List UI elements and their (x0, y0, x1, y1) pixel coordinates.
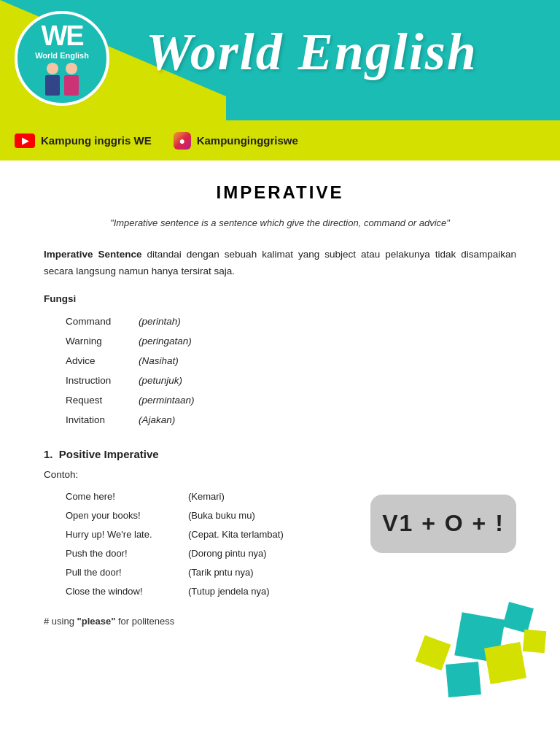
contoh-label: Contoh: (44, 469, 516, 480)
fungsi-trans-3: (petunjuk) (139, 371, 182, 390)
logo-characters (45, 63, 79, 96)
section-title: Positive Imperative (59, 448, 159, 460)
fungsi-trans-5: (Ajakan) (139, 410, 175, 430)
example-eng-0: Come here! (66, 487, 182, 506)
example-ind-5: (Tutup jendela nya) (188, 582, 270, 601)
list-item: Instruction (petunjuk) (66, 371, 516, 390)
main-content: IMPERATIVE "Imperative sentence is a sen… (0, 160, 560, 663)
fungsi-trans-1: (peringatan) (139, 331, 192, 351)
example-eng-2: Hurry up! We're late. (66, 525, 182, 544)
intro-bold: Imperative Sentence (44, 249, 142, 260)
example-ind-1: (Buka buku mu) (188, 506, 255, 525)
social-bar: ▶ Kampung inggris WE ● Kampunginggriswe (0, 120, 560, 160)
logo-circle: WE World English (15, 11, 109, 106)
example-ind-0: (Kemari) (188, 487, 225, 506)
intro-paragraph: Imperative Sentence ditandai dengan sebu… (44, 247, 516, 280)
logo-we-text: WE (41, 22, 82, 50)
list-item: Close the window! (Tutup jendela nya) (66, 582, 356, 601)
boy-body (45, 75, 60, 96)
fungsi-term-5: Invitation (66, 410, 139, 430)
fungsi-term-0: Command (66, 311, 139, 331)
list-item: Hurry up! We're late. (Cepat. Kita terla… (66, 525, 356, 544)
example-ind-4: (Tarik pntu nya) (188, 563, 254, 582)
instagram-icon: ● (174, 132, 191, 150)
example-ind-3: (Dorong pintu nya) (188, 544, 267, 563)
header: WE World English World English ▶ Kampung… (0, 0, 560, 160)
politeness-note: # using "please" for politeness (44, 616, 516, 627)
boy-character (45, 63, 60, 96)
example-eng-3: Push the door! (66, 544, 182, 563)
youtube-label: Kampung inggris WE (41, 134, 152, 147)
fungsi-term-3: Instruction (66, 371, 139, 390)
list-item: Request (permintaan) (66, 390, 516, 410)
list-item: Open your books! (Buka buku mu) (66, 506, 356, 525)
fungsi-trans-4: (permintaan) (139, 390, 195, 410)
instagram-label: Kampunginggriswe (197, 134, 298, 147)
subtitle-quote: "Imperative sentence is a sentence which… (44, 217, 516, 228)
fungsi-trans-2: (Nasihat) (139, 351, 179, 371)
list-item: Warning (peringatan) (66, 331, 516, 351)
list-item: Advice (Nasihat) (66, 351, 516, 371)
examples-list: Come here! (Kemari) Open your books! (Bu… (44, 487, 356, 601)
boy-head (47, 63, 58, 74)
fungsi-term-1: Warning (66, 331, 139, 351)
list-item: Pull the door! (Tarik pntu nya) (66, 563, 356, 582)
youtube-icon: ▶ (15, 133, 35, 148)
example-eng-4: Pull the door! (66, 563, 182, 582)
section-number: 1. (44, 448, 53, 460)
list-item: Come here! (Kemari) (66, 487, 356, 506)
formula-box: V1 + O + ! (370, 495, 516, 553)
example-eng-1: Open your books! (66, 506, 182, 525)
section-1-heading: 1. Positive Imperative (44, 448, 516, 460)
instagram-social: ● Kampunginggriswe (174, 132, 298, 150)
example-ind-2: (Cepat. Kita terlambat) (188, 525, 284, 544)
list-item: Invitation (Ajakan) (66, 410, 516, 430)
youtube-social: ▶ Kampung inggris WE (15, 133, 152, 148)
example-eng-5: Close the window! (66, 582, 182, 601)
page-title: IMPERATIVE (44, 182, 516, 203)
examples-area: Come here! (Kemari) Open your books! (Bu… (44, 487, 516, 601)
girl-character (64, 63, 79, 96)
fungsi-term-2: Advice (66, 351, 139, 371)
girl-body (64, 75, 79, 96)
list-item: Push the door! (Dorong pintu nya) (66, 544, 356, 563)
list-item: Command (perintah) (66, 311, 516, 331)
header-title: World English (146, 22, 545, 82)
logo-subtitle: World English (35, 51, 89, 60)
shape-teal-mid (446, 662, 481, 697)
girl-head (66, 63, 77, 74)
please-bold: "please" (77, 616, 116, 627)
fungsi-term-4: Request (66, 390, 139, 410)
fungsi-trans-0: (perintah) (139, 311, 181, 331)
fungsi-label: Fungsi (44, 293, 516, 304)
fungsi-list: Command (perintah) Warning (peringatan) … (44, 311, 516, 430)
